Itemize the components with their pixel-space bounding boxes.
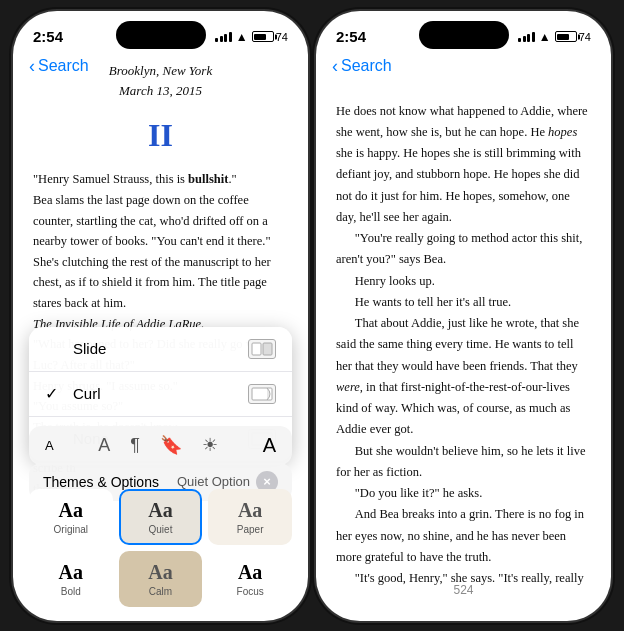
back-label-right: Search	[341, 57, 392, 75]
quiet-option-label: Quiet Option	[177, 474, 250, 489]
phones-container: 2:54 ▲ 74	[13, 11, 611, 621]
status-icons-right: ▲ 74	[518, 30, 591, 44]
status-icons-left: ▲ 74	[215, 30, 288, 44]
reading-content: He does not know what happened to Addie,…	[336, 101, 591, 591]
theme-focus[interactable]: Aa Focus	[208, 551, 292, 607]
slide-label: Slide	[73, 340, 106, 357]
theme-quiet[interactable]: Aa Quiet	[119, 489, 203, 545]
theme-focus-label: Focus	[237, 586, 264, 597]
slide-icon	[248, 339, 276, 359]
dynamic-island-right	[419, 21, 509, 49]
paragraph-icon[interactable]: ¶	[130, 435, 140, 456]
page-number: 524	[316, 579, 611, 601]
theme-original-text: Aa	[59, 499, 83, 522]
theme-bold-label: Bold	[61, 586, 81, 597]
theme-paper-label: Paper	[237, 524, 264, 535]
theme-quiet-text: Aa	[148, 499, 172, 522]
book-header: Brooklyn, New York March 13, 2015	[33, 61, 288, 103]
svg-rect-1	[263, 343, 272, 355]
curl-check: ✓	[45, 384, 65, 403]
curl-label: Curl	[73, 385, 101, 402]
font-large-icon[interactable]: A	[263, 434, 276, 457]
phone-right: 2:54 ▲ 74	[316, 11, 611, 621]
theme-original[interactable]: Aa Original	[29, 489, 113, 545]
theme-calm-text: Aa	[148, 561, 172, 584]
back-button-right[interactable]: ‹ Search	[332, 57, 392, 75]
back-chevron-right: ‹	[332, 57, 338, 75]
nav-bar-right: ‹ Search	[316, 55, 611, 81]
chapter-number: II	[33, 110, 288, 161]
transition-slide[interactable]: Slide	[29, 327, 292, 372]
font-style-icon[interactable]: A	[98, 435, 110, 456]
font-small-icon[interactable]: A	[45, 438, 54, 453]
bookmark-icon[interactable]: 🔖	[160, 434, 182, 456]
theme-bold[interactable]: Aa Bold	[29, 551, 113, 607]
theme-bold-text: Aa	[59, 561, 83, 584]
themes-label: Themes & Options	[43, 474, 159, 490]
theme-quiet-label: Quiet	[149, 524, 173, 535]
toolbar-icons: A ¶ 🔖 ☀	[98, 434, 218, 456]
theme-paper-text: Aa	[238, 499, 262, 522]
wifi-icon: ▲	[236, 30, 248, 44]
theme-original-label: Original	[54, 524, 88, 535]
theme-focus-text: Aa	[238, 561, 262, 584]
brightness-icon[interactable]: ☀	[202, 434, 218, 456]
reading-area: He does not know what happened to Addie,…	[316, 101, 611, 591]
time-right: 2:54	[336, 28, 366, 45]
battery-left: 74	[252, 31, 288, 43]
transition-curl[interactable]: ✓ Curl	[29, 372, 292, 417]
wifi-icon-right: ▲	[539, 30, 551, 44]
dynamic-island	[116, 21, 206, 49]
svg-rect-0	[252, 343, 261, 355]
curl-icon	[248, 384, 276, 404]
theme-calm[interactable]: Aa Calm	[119, 551, 203, 607]
theme-calm-label: Calm	[149, 586, 172, 597]
theme-cards: Aa Original Aa Quiet Aa Paper Aa Bold Aa	[29, 489, 292, 607]
time-left: 2:54	[33, 28, 63, 45]
font-size-row: A A ¶ 🔖 ☀ A	[29, 426, 292, 465]
signal-icon	[215, 32, 232, 42]
theme-paper[interactable]: Aa Paper	[208, 489, 292, 545]
phone-left: 2:54 ▲ 74	[13, 11, 308, 621]
signal-icon-right	[518, 32, 535, 42]
battery-right: 74	[555, 31, 591, 43]
